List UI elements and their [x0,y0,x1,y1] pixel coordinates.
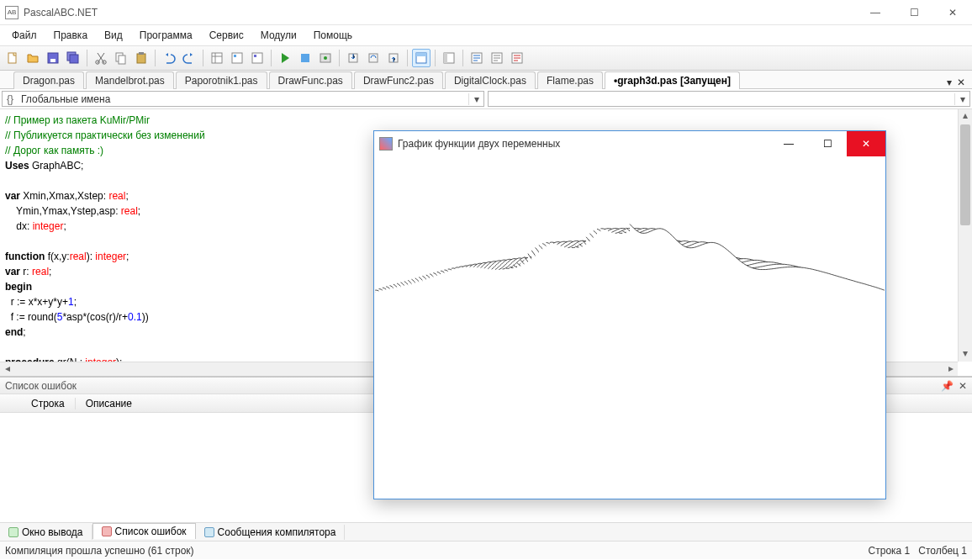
save-all-icon[interactable] [64,49,82,67]
app-icon: AB [5,6,18,19]
step-out-icon[interactable] [384,49,403,67]
tab-paporotnik[interactable]: Paporotnik1.pas [176,71,267,89]
tab-flame[interactable]: Flame.pas [537,71,603,89]
svg-rect-10 [139,52,144,55]
scroll-thumb[interactable] [960,124,970,225]
menu-bar: Файл Правка Вид Программа Сервис Модули … [0,25,972,45]
tab-dragon[interactable]: Dragon.pas [13,71,84,89]
status-compile-msg: Компиляция прошла успешно (61 строк) [5,545,194,557]
run-icon[interactable] [276,49,294,67]
error-panel-title: Список ошибок [5,380,77,392]
tab-mandelbrot[interactable]: Mandelbrot.pas [86,71,174,89]
tab-drawfunc2[interactable]: DrawFunc2.pas [354,71,443,89]
window-title: PascalABC.NET [24,7,98,18]
col-line[interactable]: Строка [21,398,76,409]
graph-close-button[interactable]: ✕ [847,131,885,156]
compile-icon[interactable] [316,49,335,67]
menu-help[interactable]: Помощь [307,27,359,44]
graph-minimize-button[interactable]: — [769,131,808,156]
uncomment-icon[interactable] [508,49,526,67]
redo-icon[interactable] [180,49,198,67]
svg-rect-25 [444,53,447,63]
compiler-icon [204,527,214,537]
comment-icon[interactable] [488,49,506,67]
save-project-icon[interactable] [248,49,267,67]
menu-program[interactable]: Программа [133,27,199,44]
scroll-down-icon[interactable]: ▾ [959,347,972,362]
file-tabs: Dragon.pas Mandelbrot.pas Paporotnik1.pa… [0,71,972,89]
svg-rect-12 [232,53,242,63]
braces-icon: {} [3,93,18,105]
bottom-tab-output[interactable]: Окно вывода [0,525,92,540]
status-column: Столбец 1 [918,545,967,557]
svg-rect-4 [70,55,78,63]
chevron-down-icon[interactable]: ▾ [954,93,969,105]
format-icon[interactable] [468,49,486,67]
svg-point-18 [324,56,327,60]
new-file-icon[interactable] [3,49,22,67]
scope-combo-left[interactable]: {} Глобальные имена ▾ [2,91,484,107]
bottom-tab-label: Сообщения компилятора [218,526,336,538]
bottom-tab-compiler[interactable]: Сообщения компилятора [196,525,346,540]
svg-rect-11 [212,53,222,63]
panel-close-icon[interactable]: ✕ [959,380,967,392]
scroll-up-icon[interactable]: ▴ [959,109,972,124]
toolbar [0,45,972,71]
copy-icon[interactable] [112,49,130,67]
vertical-scrollbar[interactable]: ▴ ▾ [958,109,972,362]
scroll-left-icon[interactable]: ◂ [0,362,14,376]
step-into-icon[interactable] [344,49,362,67]
cut-icon[interactable] [92,49,110,67]
paste-icon[interactable] [132,49,151,67]
svg-rect-16 [301,54,309,62]
stop-icon[interactable] [296,49,314,67]
scope-combo-right[interactable]: ▾ [488,91,970,107]
graph-window[interactable]: График функции двух переменных — ☐ ✕ [373,130,886,499]
error-icon [102,526,112,536]
close-button[interactable]: ✕ [933,0,972,25]
step-over-icon[interactable] [364,49,383,67]
layout-1-icon[interactable] [412,49,431,67]
svg-rect-23 [416,53,426,56]
graph-maximize-button[interactable]: ☐ [808,131,847,156]
window-controls: — ☐ ✕ [856,0,972,25]
tab-dropdown-icon[interactable]: ▾ [947,77,952,88]
tab-drawfunc[interactable]: DrawFunc.pas [269,71,352,89]
project-icon[interactable] [228,49,246,67]
menu-file[interactable]: Файл [5,27,44,44]
graph-window-titlebar[interactable]: График функции двух переменных — ☐ ✕ [374,131,885,156]
pin-icon[interactable]: 📌 [941,380,954,392]
svg-rect-9 [137,54,145,63]
undo-icon[interactable] [160,49,178,67]
save-icon[interactable] [44,49,62,67]
svg-rect-15 [254,55,256,57]
svg-rect-14 [252,53,262,63]
menu-service[interactable]: Сервис [203,27,251,44]
minimize-button[interactable]: — [856,0,895,25]
props-icon[interactable] [208,49,226,67]
svg-point-6 [103,61,106,64]
bottom-tab-errors[interactable]: Список ошибок [92,523,196,539]
scope-left-text: Глобальные имена [18,93,468,105]
scope-combos: {} Глобальные имена ▾ ▾ [0,89,972,109]
svg-rect-2 [50,59,55,62]
menu-view[interactable]: Вид [98,27,129,44]
tab-graph3d[interactable]: •graph3d.pas [Запущен] [605,71,740,89]
graph-canvas [375,156,885,498]
output-icon [8,527,18,537]
open-file-icon[interactable] [24,49,42,67]
chevron-down-icon[interactable]: ▾ [468,93,483,105]
maximize-button[interactable]: ☐ [895,0,933,25]
graph-app-icon [379,137,393,151]
bottom-tab-label: Список ошибок [115,526,187,537]
graph-window-title: График функции двух переменных [398,138,560,150]
bottom-tab-label: Окно вывода [22,526,83,538]
tab-digitalclock[interactable]: DigitalClock.pas [445,71,536,89]
layout-2-icon[interactable] [440,49,458,67]
menu-modules[interactable]: Модули [254,27,304,44]
menu-edit[interactable]: Правка [47,27,95,44]
scroll-right-icon[interactable]: ▸ [943,362,958,376]
svg-rect-8 [119,55,125,64]
status-bar: Компиляция прошла успешно (61 строк) Стр… [0,541,972,559]
tab-close-icon[interactable]: ✕ [957,77,965,88]
